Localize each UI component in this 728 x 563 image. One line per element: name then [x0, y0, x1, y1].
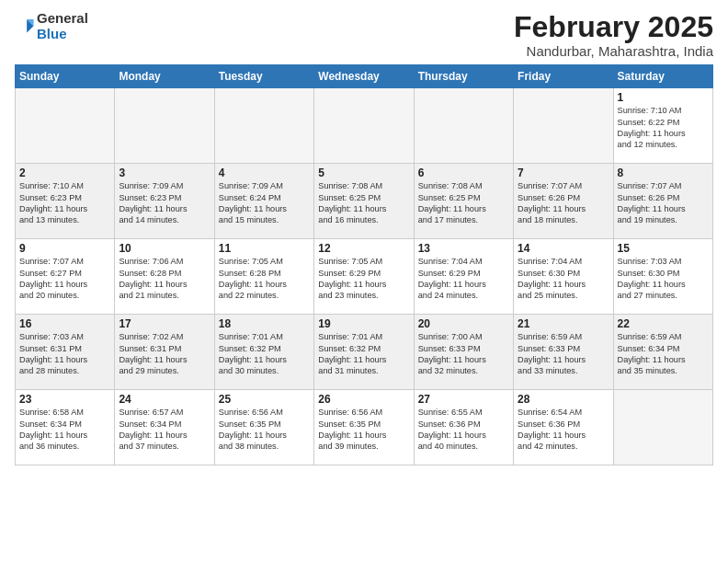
day-number: 8 — [618, 167, 709, 179]
calendar-cell-w4-d3: 18Sunrise: 7:01 AM Sunset: 6:32 PM Dayli… — [214, 315, 313, 390]
calendar-table: Sunday Monday Tuesday Wednesday Thursday… — [15, 64, 713, 465]
day-info: Sunrise: 7:07 AM Sunset: 6:26 PM Dayligh… — [518, 180, 609, 226]
day-info: Sunrise: 7:06 AM Sunset: 6:28 PM Dayligh… — [119, 256, 210, 302]
day-info: Sunrise: 6:54 AM Sunset: 6:36 PM Dayligh… — [518, 407, 609, 453]
location-title: Nandurbar, Maharashtra, India — [514, 43, 713, 59]
calendar-cell-w1-d7: 1Sunrise: 7:10 AM Sunset: 6:22 PM Daylig… — [613, 88, 712, 164]
col-wednesday: Wednesday — [314, 65, 414, 88]
calendar-cell-w2-d7: 8Sunrise: 7:07 AM Sunset: 6:26 PM Daylig… — [613, 164, 712, 239]
calendar-header-row: Sunday Monday Tuesday Wednesday Thursday… — [16, 65, 713, 88]
calendar-cell-w5-d4: 26Sunrise: 6:56 AM Sunset: 6:35 PM Dayli… — [314, 390, 414, 465]
day-number: 24 — [119, 393, 210, 406]
calendar-cell-w3-d7: 15Sunrise: 7:03 AM Sunset: 6:30 PM Dayli… — [613, 239, 712, 315]
day-info: Sunrise: 7:01 AM Sunset: 6:32 PM Dayligh… — [219, 331, 310, 377]
calendar-cell-w4-d6: 21Sunrise: 6:59 AM Sunset: 6:33 PM Dayli… — [514, 315, 613, 390]
day-number: 14 — [518, 242, 609, 255]
calendar-cell-w1-d3 — [214, 88, 313, 164]
day-info: Sunrise: 7:01 AM Sunset: 6:32 PM Dayligh… — [318, 331, 409, 377]
day-info: Sunrise: 7:05 AM Sunset: 6:29 PM Dayligh… — [318, 256, 409, 302]
calendar-cell-w3-d5: 13Sunrise: 7:04 AM Sunset: 6:29 PM Dayli… — [414, 239, 513, 315]
calendar-week-5: 23Sunrise: 6:58 AM Sunset: 6:34 PM Dayli… — [16, 390, 713, 465]
col-friday: Friday — [514, 65, 613, 88]
calendar-cell-w3-d3: 11Sunrise: 7:05 AM Sunset: 6:28 PM Dayli… — [214, 239, 313, 315]
header: General Blue February 2025 Nandurbar, Ma… — [15, 11, 713, 59]
day-number: 18 — [219, 317, 310, 330]
day-info: Sunrise: 7:07 AM Sunset: 6:27 PM Dayligh… — [19, 256, 110, 302]
calendar-cell-w2-d1: 2Sunrise: 7:10 AM Sunset: 6:23 PM Daylig… — [16, 164, 115, 239]
calendar-cell-w1-d6 — [514, 88, 613, 164]
calendar-cell-w3-d4: 12Sunrise: 7:05 AM Sunset: 6:29 PM Dayli… — [314, 239, 414, 315]
day-number: 12 — [318, 242, 409, 255]
month-title: February 2025 — [514, 11, 713, 43]
calendar-cell-w1-d2 — [115, 88, 214, 164]
day-info: Sunrise: 7:03 AM Sunset: 6:30 PM Dayligh… — [618, 256, 709, 302]
day-number: 27 — [418, 393, 509, 406]
day-info: Sunrise: 7:02 AM Sunset: 6:31 PM Dayligh… — [119, 331, 210, 377]
calendar-cell-w3-d1: 9Sunrise: 7:07 AM Sunset: 6:27 PM Daylig… — [16, 239, 115, 315]
day-number: 7 — [518, 167, 609, 179]
calendar-cell-w1-d5 — [414, 88, 513, 164]
day-number: 20 — [418, 317, 509, 330]
calendar-cell-w1-d4 — [314, 88, 414, 164]
day-info: Sunrise: 6:56 AM Sunset: 6:35 PM Dayligh… — [219, 407, 310, 453]
day-info: Sunrise: 7:08 AM Sunset: 6:25 PM Dayligh… — [318, 180, 409, 226]
day-number: 28 — [518, 393, 609, 406]
day-number: 15 — [618, 242, 709, 255]
col-sunday: Sunday — [16, 65, 115, 88]
calendar-cell-w5-d3: 25Sunrise: 6:56 AM Sunset: 6:35 PM Dayli… — [214, 390, 313, 465]
day-info: Sunrise: 6:55 AM Sunset: 6:36 PM Dayligh… — [418, 407, 509, 453]
calendar-week-1: 1Sunrise: 7:10 AM Sunset: 6:22 PM Daylig… — [16, 88, 713, 164]
day-info: Sunrise: 7:10 AM Sunset: 6:23 PM Dayligh… — [19, 180, 110, 226]
day-number: 9 — [19, 242, 110, 255]
title-section: February 2025 Nandurbar, Maharashtra, In… — [514, 11, 713, 59]
calendar-week-2: 2Sunrise: 7:10 AM Sunset: 6:23 PM Daylig… — [16, 164, 713, 239]
logo-blue: Blue — [37, 26, 67, 41]
calendar-cell-w4-d2: 17Sunrise: 7:02 AM Sunset: 6:31 PM Dayli… — [115, 315, 214, 390]
logo-icon — [15, 17, 35, 37]
day-info: Sunrise: 7:08 AM Sunset: 6:25 PM Dayligh… — [418, 180, 509, 226]
day-number: 1 — [618, 91, 709, 104]
day-info: Sunrise: 7:09 AM Sunset: 6:23 PM Dayligh… — [119, 180, 210, 226]
day-number: 6 — [418, 167, 509, 179]
day-number: 5 — [318, 167, 409, 179]
day-info: Sunrise: 7:05 AM Sunset: 6:28 PM Dayligh… — [219, 256, 310, 302]
day-info: Sunrise: 7:07 AM Sunset: 6:26 PM Dayligh… — [618, 180, 709, 226]
day-number: 26 — [318, 393, 409, 406]
day-info: Sunrise: 6:57 AM Sunset: 6:34 PM Dayligh… — [119, 407, 210, 453]
day-number: 25 — [219, 393, 310, 406]
calendar-cell-w2-d5: 6Sunrise: 7:08 AM Sunset: 6:25 PM Daylig… — [414, 164, 513, 239]
calendar-cell-w2-d4: 5Sunrise: 7:08 AM Sunset: 6:25 PM Daylig… — [314, 164, 414, 239]
calendar-cell-w4-d1: 16Sunrise: 7:03 AM Sunset: 6:31 PM Dayli… — [16, 315, 115, 390]
day-number: 13 — [418, 242, 509, 255]
day-number: 21 — [518, 317, 609, 330]
day-number: 11 — [219, 242, 310, 255]
col-thursday: Thursday — [414, 65, 513, 88]
calendar-cell-w5-d5: 27Sunrise: 6:55 AM Sunset: 6:36 PM Dayli… — [414, 390, 513, 465]
day-info: Sunrise: 6:58 AM Sunset: 6:34 PM Dayligh… — [19, 407, 110, 453]
calendar-cell-w4-d7: 22Sunrise: 6:59 AM Sunset: 6:34 PM Dayli… — [613, 315, 712, 390]
calendar-cell-w2-d3: 4Sunrise: 7:09 AM Sunset: 6:24 PM Daylig… — [214, 164, 313, 239]
day-number: 23 — [19, 393, 110, 406]
day-info: Sunrise: 7:04 AM Sunset: 6:29 PM Dayligh… — [418, 256, 509, 302]
calendar-cell-w3-d6: 14Sunrise: 7:04 AM Sunset: 6:30 PM Dayli… — [514, 239, 613, 315]
calendar-week-4: 16Sunrise: 7:03 AM Sunset: 6:31 PM Dayli… — [16, 315, 713, 390]
logo-general: General — [37, 10, 88, 26]
calendar-cell-w5-d7 — [613, 390, 712, 465]
day-info: Sunrise: 7:10 AM Sunset: 6:22 PM Dayligh… — [618, 105, 709, 151]
col-tuesday: Tuesday — [214, 65, 313, 88]
day-number: 17 — [119, 317, 210, 330]
day-info: Sunrise: 7:09 AM Sunset: 6:24 PM Dayligh… — [219, 180, 310, 226]
day-number: 22 — [618, 317, 709, 330]
day-info: Sunrise: 6:59 AM Sunset: 6:33 PM Dayligh… — [518, 331, 609, 377]
logo: General Blue — [15, 11, 88, 41]
day-number: 19 — [318, 317, 409, 330]
main-container: General Blue February 2025 Nandurbar, Ma… — [0, 0, 728, 563]
calendar-cell-w1-d1 — [16, 88, 115, 164]
day-info: Sunrise: 7:00 AM Sunset: 6:33 PM Dayligh… — [418, 331, 509, 377]
day-info: Sunrise: 7:04 AM Sunset: 6:30 PM Dayligh… — [518, 256, 609, 302]
day-number: 3 — [119, 167, 210, 179]
calendar-cell-w2-d6: 7Sunrise: 7:07 AM Sunset: 6:26 PM Daylig… — [514, 164, 613, 239]
calendar-week-3: 9Sunrise: 7:07 AM Sunset: 6:27 PM Daylig… — [16, 239, 713, 315]
calendar-cell-w4-d4: 19Sunrise: 7:01 AM Sunset: 6:32 PM Dayli… — [314, 315, 414, 390]
logo-text: General Blue — [37, 11, 88, 41]
